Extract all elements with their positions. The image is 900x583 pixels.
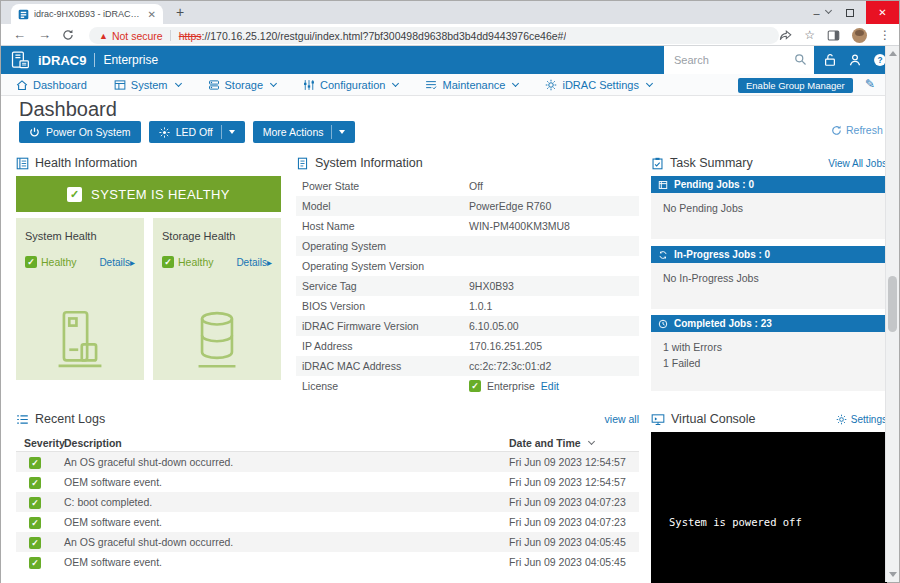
home-icon	[16, 79, 28, 91]
side-panel-icon[interactable]	[827, 29, 840, 42]
console-settings-link[interactable]: Settings	[836, 414, 887, 425]
gear-icon	[545, 79, 557, 91]
sysinfo-row: Host NameWIN-PM400KM3MU8	[296, 216, 639, 236]
scroll-up-arrow[interactable]	[889, 51, 897, 56]
forward-icon[interactable]: →	[38, 27, 51, 42]
card-title: System Health	[25, 230, 135, 242]
edition-label: Enterprise	[103, 53, 158, 67]
nav-label: Dashboard	[33, 79, 87, 91]
nav-dashboard[interactable]: Dashboard	[16, 79, 87, 91]
chevron-down-icon	[392, 80, 399, 87]
sort-chevron-icon	[588, 438, 595, 445]
window-controls: – ✕	[800, 1, 899, 24]
sysinfo-row: BIOS Version1.0.1	[296, 296, 639, 316]
nav-label: Storage	[225, 79, 264, 91]
close-button[interactable]: ✕	[866, 1, 899, 24]
search-icon[interactable]	[794, 53, 807, 66]
refresh-icon	[831, 125, 842, 136]
caret-down-icon	[229, 130, 235, 134]
brand: iDRAC9 Enterprise	[10, 50, 158, 70]
back-icon[interactable]: ←	[13, 27, 26, 42]
led-dropdown[interactable]	[221, 125, 235, 139]
search-box	[664, 46, 814, 74]
sysinfo-panel-header: System Information	[296, 156, 639, 170]
led-button[interactable]: LED Off	[149, 121, 245, 143]
new-tab-button[interactable]: +	[171, 3, 189, 21]
sysinfo-panel-title: System Information	[315, 156, 423, 170]
log-row: ✓OEM software event.Fri Jun 09 2023 12:5…	[16, 472, 639, 492]
scrollbar-thumb[interactable]	[888, 276, 897, 332]
more-actions-dropdown[interactable]	[331, 125, 345, 139]
page-scrollbar[interactable]	[885, 46, 899, 582]
address-bar: ← → ▲ Not secure https ://170.16.25.120/…	[1, 24, 899, 46]
logs-view-all-link[interactable]: view all	[605, 413, 639, 425]
browser-menu-icon[interactable]: ⋮	[879, 28, 891, 42]
chevron-down-icon	[270, 80, 277, 87]
scroll-down-arrow[interactable]	[889, 572, 897, 577]
bookmark-star-icon[interactable]: ☆	[804, 28, 815, 42]
logs-table-body: ✓An OS graceful shut-down occurred.Fri J…	[16, 452, 639, 572]
reload-icon[interactable]	[62, 29, 74, 41]
logs-panel-title: Recent Logs	[35, 412, 105, 426]
sysinfo-row: Operating System Version	[296, 256, 639, 276]
main-nav: Dashboard System Storage Configuration M…	[1, 74, 887, 96]
severity-ok-icon: ✓	[29, 557, 41, 569]
enable-group-manager-button[interactable]: Enable Group Manager	[738, 78, 853, 93]
refresh-link[interactable]: Refresh	[831, 124, 883, 136]
col-datetime[interactable]: Date and Time	[509, 437, 639, 449]
tasks-panel-icon	[651, 157, 664, 170]
license-value: Enterprise	[487, 380, 535, 392]
nav-idrac-settings[interactable]: iDRAC Settings	[545, 79, 651, 91]
chevron-down-icon	[512, 80, 519, 87]
license-row: License ✓ Enterprise Edit	[296, 376, 639, 396]
sysinfo-row: iDRAC Firmware Version6.10.05.00	[296, 316, 639, 336]
minimize-button[interactable]: –	[800, 1, 833, 24]
product-name: iDRAC9	[38, 53, 86, 68]
system-health-card: System Health ✓Healthy Details▸	[16, 218, 144, 380]
chevron-down-icon	[174, 80, 181, 87]
system-health-details-link[interactable]: Details▸	[99, 257, 135, 268]
more-actions-button[interactable]: More Actions	[253, 121, 356, 143]
search-input[interactable]	[664, 46, 814, 74]
nav-storage[interactable]: Storage	[208, 79, 277, 91]
edit-pencil-icon[interactable]: ✎	[865, 77, 875, 91]
tab-close-icon[interactable]: ✕	[148, 9, 156, 20]
nav-system[interactable]: System	[114, 79, 181, 91]
health-banner-text: SYSTEM IS HEALTHY	[91, 187, 230, 202]
logs-panel-header: Recent Logs view all	[16, 412, 639, 426]
url-text: ://170.16.25.120/restgui/index.html?7bf3…	[201, 30, 566, 42]
maintenance-icon	[425, 79, 437, 91]
completed-jobs-icon	[658, 319, 668, 329]
log-row: ✓An OS graceful shut-down occurred.Fri J…	[16, 532, 639, 552]
virtual-console-screen[interactable]: System is powered off	[651, 432, 887, 583]
license-edit-link[interactable]: Edit	[541, 380, 559, 392]
nav-configuration[interactable]: Configuration	[303, 79, 398, 91]
health-panel-title: Health Information	[35, 156, 137, 170]
view-all-jobs-link[interactable]: View All Jobs	[828, 158, 887, 169]
pending-jobs-icon	[658, 180, 668, 190]
severity-ok-icon: ✓	[29, 497, 41, 509]
severity-ok-icon: ✓	[29, 517, 41, 529]
page-content: Dashboard Power On System LED Off More A…	[1, 96, 887, 583]
lock-icon[interactable]	[823, 53, 837, 67]
logs-panel-icon	[16, 413, 29, 426]
browser-window: idrac-9HX0B93 - iDRAC9 - Dashb ✕ + – ✕ ←…	[0, 0, 900, 583]
header-icons: ?	[823, 46, 887, 74]
power-on-button[interactable]: Power On System	[19, 121, 141, 143]
caret-down-icon	[339, 130, 345, 134]
logs-table-header: Severity Description Date and Time	[16, 434, 639, 452]
browser-tab[interactable]: idrac-9HX0B93 - iDRAC9 - Dashb ✕	[11, 4, 163, 24]
profile-avatar[interactable]	[852, 28, 867, 43]
user-icon[interactable]	[848, 53, 862, 67]
maximize-button[interactable]	[833, 1, 866, 24]
page-title: Dashboard	[19, 98, 117, 121]
nav-label: iDRAC Settings	[562, 79, 638, 91]
console-panel-header: Virtual Console Settings	[651, 412, 887, 426]
col-description: Description	[64, 437, 509, 449]
health-panel-icon	[16, 157, 29, 170]
nav-maintenance[interactable]: Maintenance	[425, 79, 518, 91]
inprogress-jobs-body: No In-Progress Jobs	[651, 263, 887, 309]
storage-health-details-link[interactable]: Details▸	[236, 257, 272, 268]
url-field[interactable]: ▲ Not secure https ://170.16.25.120/rest…	[89, 27, 779, 44]
share-icon[interactable]	[779, 29, 792, 42]
